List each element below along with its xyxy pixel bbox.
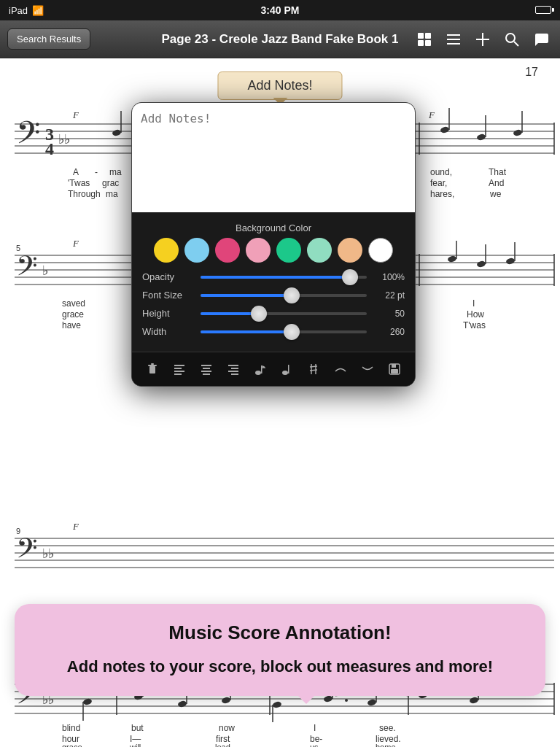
color-pink[interactable] [215, 238, 240, 263]
svg-rect-83 [174, 374, 182, 375]
color-peach[interactable] [338, 238, 362, 263]
width-track[interactable] [201, 330, 367, 333]
svg-text:♭♭: ♭♭ [58, 132, 70, 147]
search-icon[interactable] [500, 28, 524, 51]
svg-text:saved: saved [62, 298, 85, 309]
svg-point-38 [513, 129, 523, 137]
svg-text:That: That [489, 167, 507, 177]
align-right-button[interactable] [221, 358, 246, 380]
svg-rect-3 [425, 40, 431, 46]
svg-rect-0 [418, 33, 424, 39]
tie-button[interactable] [328, 358, 353, 380]
align-center-button[interactable] [194, 358, 219, 380]
svg-rect-77 [149, 366, 155, 374]
svg-rect-93 [261, 365, 262, 374]
svg-text:Through: Through [68, 189, 101, 199]
svg-text:have: have [62, 320, 81, 330]
svg-text:I: I [472, 298, 475, 309]
color-lightblue[interactable] [184, 238, 209, 263]
align-left-button[interactable] [167, 358, 192, 380]
svg-text:F: F [72, 109, 79, 120]
svg-point-34 [440, 126, 450, 134]
back-button[interactable]: Search Results [7, 28, 90, 50]
svg-text:I: I [314, 723, 316, 733]
sheet-area: 17 𝄢 3 4 ♭♭ F F [0, 58, 560, 747]
svg-rect-90 [228, 371, 238, 372]
svg-rect-88 [228, 365, 238, 366]
popup-textarea[interactable] [132, 103, 415, 212]
svg-text:fear,: fear, [430, 178, 447, 188]
svg-rect-2 [418, 40, 424, 46]
opacity-label: Opacity [142, 271, 193, 282]
svg-rect-78 [148, 365, 157, 366]
svg-rect-1 [425, 33, 431, 39]
svg-point-133 [323, 695, 333, 703]
trash-button[interactable] [140, 358, 165, 380]
svg-text:grac: grac [102, 178, 119, 188]
fontsize-track[interactable] [201, 294, 367, 297]
svg-text:ound,: ound, [430, 167, 452, 177]
note-eighth-button[interactable] [248, 358, 273, 380]
svg-point-9 [506, 34, 515, 42]
svg-text:grace: grace [62, 743, 82, 747]
color-lightpink[interactable] [246, 238, 271, 263]
color-row [142, 238, 405, 263]
svg-point-36 [476, 133, 486, 142]
height-label: Height [142, 308, 193, 319]
svg-rect-85 [203, 368, 210, 369]
color-green[interactable] [276, 238, 301, 263]
svg-rect-89 [231, 368, 238, 369]
svg-text:lead: lead [215, 743, 230, 747]
slur-button[interactable] [355, 358, 380, 380]
svg-point-161 [345, 699, 348, 702]
width-slider-row: Width 260 [142, 326, 405, 337]
svg-point-26 [112, 129, 122, 137]
svg-rect-4 [447, 34, 460, 36]
svg-rect-101 [392, 364, 396, 368]
color-yellow[interactable] [154, 238, 179, 263]
svg-rect-84 [201, 365, 211, 366]
svg-text:F: F [428, 109, 435, 120]
svg-rect-80 [174, 365, 184, 366]
speech-icon[interactable] [529, 28, 553, 51]
device-label: iPad [9, 5, 28, 16]
color-white[interactable] [368, 238, 393, 263]
nav-icons [413, 28, 553, 51]
popup-toolbar [132, 352, 415, 386]
bubble-title: Music Score Annotation! [36, 622, 524, 644]
grid-icon[interactable] [413, 28, 436, 51]
opacity-track[interactable] [201, 276, 367, 279]
list-icon[interactable] [442, 28, 465, 51]
svg-text:ma: ma [106, 189, 118, 199]
note-quarter-button[interactable] [274, 358, 299, 380]
svg-text:T'was: T'was [463, 320, 486, 330]
height-track[interactable] [201, 312, 367, 315]
svg-point-129 [221, 697, 231, 705]
fontsize-slider-row: Font Size 22 pt [142, 290, 405, 301]
svg-rect-82 [174, 371, 184, 372]
add-notes-tooltip[interactable]: Add Notes! [217, 71, 342, 100]
svg-text:us: us [310, 743, 319, 747]
svg-rect-91 [231, 374, 238, 375]
svg-rect-87 [203, 374, 210, 375]
svg-text:A: A [73, 167, 79, 177]
svg-text:now: now [219, 723, 235, 733]
svg-point-94 [282, 371, 288, 375]
svg-line-99 [310, 370, 317, 371]
svg-point-67 [476, 260, 486, 268]
status-left: iPad 📶 [9, 5, 44, 16]
save-button[interactable] [382, 358, 407, 380]
opacity-slider-row: Opacity 100% [142, 271, 405, 282]
sharp-button[interactable] [301, 358, 326, 380]
svg-point-131 [272, 701, 282, 709]
color-mint[interactable] [307, 238, 332, 263]
svg-text:'Twas: 'Twas [68, 178, 90, 188]
height-slider-row: Height 50 [142, 308, 405, 319]
annotation-bubble: Music Score Annotation! Add notes to you… [15, 604, 545, 696]
svg-text:we: we [489, 189, 502, 199]
svg-text:-: - [95, 167, 98, 177]
svg-text:hares,: hares, [430, 189, 454, 199]
add-icon[interactable] [471, 28, 494, 51]
svg-text:4: 4 [45, 139, 54, 158]
svg-text:F: F [72, 238, 79, 249]
